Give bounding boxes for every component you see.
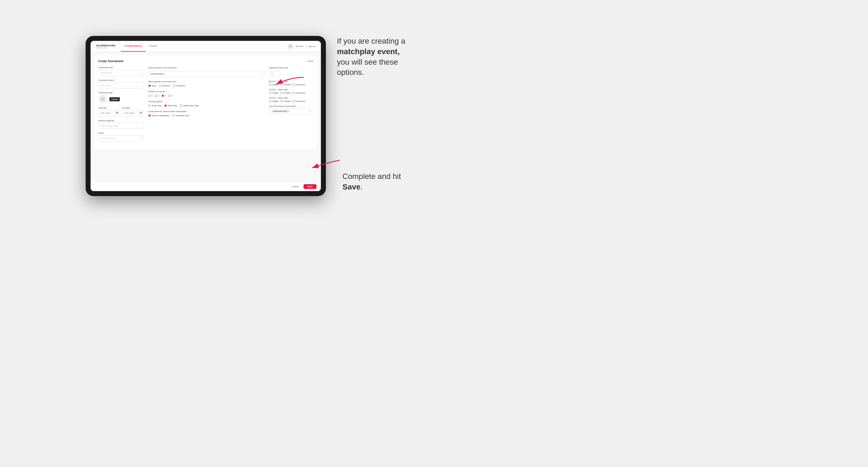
sponsor-input[interactable] [98, 123, 144, 129]
venue-input[interactable] [98, 135, 144, 142]
third-party-value: Leaderboard King [273, 110, 287, 112]
scoring-match-radio[interactable] [164, 104, 167, 107]
venue-wrap: ▾ [98, 135, 144, 142]
form-footer: Cancel Save [91, 182, 321, 191]
round2-fourball-option[interactable]: Fourball [280, 92, 290, 94]
round2-fourball-radio[interactable] [280, 92, 283, 94]
third-party-section: Use third-party live scoring API? Leader… [269, 105, 313, 114]
max-team-size-label: Maximum Team Size [269, 67, 313, 69]
round2-foursomes-label: Foursomes [296, 92, 305, 94]
division-select[interactable]: NCAA Division I [148, 71, 265, 77]
form-title: Create Tournament [98, 60, 123, 63]
gender-label: Which gender is the event for? [148, 81, 265, 83]
scoring-match-option[interactable]: Match Play [164, 104, 177, 107]
teams-label: Is this event for Teams and/or Individua… [148, 110, 265, 113]
gender-mens-radio[interactable] [148, 85, 151, 87]
rounds-1-radio[interactable] [148, 94, 151, 97]
logo-text: SCOREBOARD [96, 44, 116, 47]
date-row: Start date 📅 End date [98, 107, 144, 116]
rounds-2-radio[interactable] [155, 94, 157, 97]
scoring-stroke-radio[interactable] [148, 104, 151, 107]
host-input[interactable] [98, 70, 144, 76]
end-date-label: End date [122, 107, 144, 109]
round2-foursomes-radio[interactable] [292, 92, 295, 94]
nav-separator: | [305, 45, 306, 47]
round3-singles-option[interactable]: Singles [269, 100, 279, 102]
cancel-button[interactable]: Cancel [289, 184, 301, 189]
svg-point-1 [102, 98, 102, 99]
venue-arrow-icon: ▾ [141, 137, 142, 139]
rounds-field-group: Number of rounds 1 2 [148, 90, 265, 97]
col-mid: Which division is the event for? NCAA Di… [148, 67, 265, 145]
teams-teams-option[interactable]: Teams (+Individuals) [148, 114, 169, 117]
start-date-field: Start date 📅 [98, 107, 120, 116]
gender-womens-option[interactable]: Womens [159, 85, 170, 87]
teams-individuals-radio[interactable] [172, 114, 175, 117]
rounds-4-option[interactable]: 4 [168, 94, 173, 97]
round2-singles-option[interactable]: Singles [269, 92, 279, 94]
arrow-1 [273, 74, 307, 88]
main-content: Create Tournament < Back Tournament Host… [91, 52, 321, 182]
third-party-select[interactable]: Leaderboard King × ▾ [269, 108, 313, 114]
rounds-4-label: 4 [172, 95, 173, 97]
scoring-field-group: Scoring system Stroke Play Match Play [148, 100, 265, 107]
teams-field-group: Is this event for Teams and/or Individua… [148, 110, 265, 117]
scoring-medal-option[interactable]: Medal Match Play [180, 104, 198, 107]
start-date-label: Start date [98, 107, 120, 109]
scoring-label: Scoring system [148, 100, 265, 103]
annotation-1-part1: If you are creating a [337, 37, 405, 45]
round2-label: Round 2 - Match Type [269, 89, 313, 91]
rounds-2-option[interactable]: 2 [155, 94, 159, 97]
round3-foursomes-radio[interactable] [292, 100, 295, 102]
round2-singles-radio[interactable] [269, 92, 272, 94]
tablet-screen: SCOREBOARD Powered by clippt TOURNAMENTS… [91, 41, 321, 191]
logo-area: SCOREBOARD Powered by clippt [96, 44, 116, 49]
end-date-wrap: 📅 [122, 110, 144, 116]
third-party-arrow-icon: ▾ [310, 110, 311, 113]
col-left: Tournament Host Tournament name Tourname… [98, 67, 144, 145]
logo-label: Tournament logo [98, 92, 144, 94]
scoring-medal-radio[interactable] [180, 104, 182, 107]
round1-singles-radio[interactable] [269, 84, 272, 86]
teams-individuals-option[interactable]: Individuals Only [172, 114, 189, 117]
navbar: SCOREBOARD Powered by clippt TOURNAMENTS… [91, 41, 321, 52]
nav-tab-teams[interactable]: TEAMS [146, 41, 160, 52]
form-header: Create Tournament < Back [98, 60, 313, 63]
round3-singles-label: Singles [272, 100, 279, 102]
sign-out-link[interactable]: Sign out [308, 45, 315, 47]
scoring-stroke-option[interactable]: Stroke Play [148, 104, 161, 107]
rounds-1-option[interactable]: 1 [148, 94, 153, 97]
save-button[interactable]: Save [304, 184, 316, 189]
rounds-3-option[interactable]: 3 [161, 94, 166, 97]
gender-womens-radio[interactable] [159, 85, 161, 87]
round3-fourball-option[interactable]: Fourball [280, 100, 290, 102]
host-field-group: Tournament Host [98, 67, 144, 76]
round3-fourball-radio[interactable] [280, 100, 283, 102]
teams-teams-radio[interactable] [148, 114, 151, 117]
rounds-1-label: 1 [152, 95, 153, 97]
calendar-icon-start: 📅 [116, 112, 119, 114]
annotation-area-2: Complete and hit Save. [342, 171, 414, 203]
gender-combined-radio[interactable] [173, 85, 175, 87]
gender-field-group: Which gender is the event for? Mens Wome… [148, 81, 265, 87]
rounds-3-radio[interactable] [161, 94, 164, 97]
gender-womens-label: Womens [162, 85, 170, 87]
upload-button[interactable]: Upload [110, 97, 120, 101]
rounds-4-radio[interactable] [168, 94, 171, 97]
round3-foursomes-option[interactable]: Foursomes [292, 100, 305, 102]
teams-teams-label: Teams (+Individuals) [152, 115, 169, 117]
nav-tab-tournaments[interactable]: TOURNAMENTS [121, 41, 146, 52]
nav-tabs: TOURNAMENTS TEAMS [121, 41, 160, 52]
round3-match-type-section: Round 3 - Match Type Singles Fourball [269, 97, 313, 102]
gender-mens-option[interactable]: Mens [148, 85, 156, 87]
scoring-medal-label: Medal Match Play [183, 105, 198, 106]
name-input[interactable] [98, 82, 144, 88]
third-party-close-icon[interactable]: × [288, 110, 289, 112]
scoring-match-label: Match Play [167, 105, 177, 106]
annotation-2-part1: Complete and hit [342, 172, 401, 181]
round2-foursomes-option[interactable]: Foursomes [292, 92, 305, 94]
gender-combined-option[interactable]: Combined [173, 85, 185, 87]
gender-mens-label: Mens [152, 85, 156, 87]
back-link[interactable]: < Back [306, 60, 313, 62]
round3-singles-radio[interactable] [269, 100, 272, 102]
